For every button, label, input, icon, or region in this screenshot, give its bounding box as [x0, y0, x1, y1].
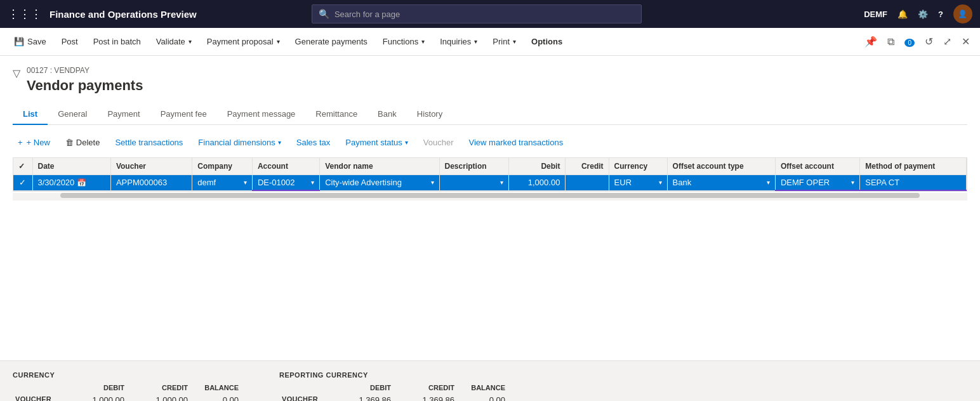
tab-general[interactable]: General [48, 104, 97, 125]
date-value: 3/30/2020 [38, 178, 75, 187]
scrollbar-track[interactable] [60, 193, 920, 198]
print-chevron: ▾ [513, 38, 516, 45]
horizontal-scrollbar[interactable] [13, 193, 967, 201]
tab-bank[interactable]: Bank [368, 104, 407, 125]
vendor-dropdown-arrow[interactable]: ▾ [431, 179, 434, 186]
tabs: List General Payment Payment fee Payment… [13, 104, 967, 125]
refresh-icon[interactable]: ↺ [922, 33, 936, 50]
offset-account-value: DEMF OPER [781, 178, 830, 187]
app-title: Finance and Operations Preview [50, 9, 197, 20]
payment-status-chevron: ▾ [405, 139, 408, 146]
notification-icon[interactable]: 🔔 [897, 10, 908, 19]
close-icon[interactable]: ✕ [959, 33, 972, 50]
table-row[interactable]: ✓3/30/2020 📅APPM000063demf▾DE-01002▾City… [13, 175, 967, 191]
cell-debit[interactable]: 1,000.00 [509, 175, 566, 191]
currency-voucher-label: VOUCHER [13, 394, 63, 401]
content-area: ▽ 00127 : VENDPAY Vendor payments List G… [0, 56, 980, 360]
post-in-batch-button[interactable]: Post in batch [87, 34, 147, 49]
pin-icon[interactable]: 📌 [862, 33, 880, 50]
financial-dimensions-button[interactable]: Financial dimensions ▾ [193, 135, 286, 150]
options-button[interactable]: Options [525, 34, 569, 49]
validate-chevron: ▾ [189, 38, 192, 45]
row-checkbox[interactable]: ✓ [13, 175, 32, 191]
currency-voucher-credit: 1,000.00 [127, 394, 190, 401]
data-grid: ✓ Date Voucher Company Account Vendor na… [13, 157, 967, 192]
cell-method-of-payment[interactable]: SEPA CT [860, 175, 967, 191]
inquiries-button[interactable]: Inquiries ▾ [434, 34, 484, 49]
cell-offset-account-type[interactable]: Bank▾ [667, 175, 775, 191]
split-view-icon[interactable]: ⧉ [885, 34, 897, 50]
desc-dropdown-arrow[interactable]: ▾ [500, 179, 503, 186]
notification-badge[interactable]: 0 [902, 34, 917, 50]
summary-grid: CURRENCY DEBIT CREDIT BALANCE VOUCHER 1,… [13, 371, 967, 401]
select-all-header[interactable]: ✓ [13, 158, 32, 175]
cell-date[interactable]: 3/30/2020 📅 [32, 175, 110, 191]
expand-icon[interactable]: ⤢ [941, 33, 954, 50]
inquiries-chevron: ▾ [474, 38, 477, 45]
cell-company[interactable]: demf▾ [192, 175, 253, 191]
col-currency: Currency [609, 158, 667, 175]
functions-button[interactable]: Functions ▾ [376, 34, 431, 49]
currency-voucher-balance: 0.00 [190, 394, 241, 401]
account-dropdown-arrow[interactable]: ▾ [311, 179, 314, 186]
tab-history[interactable]: History [407, 104, 453, 125]
sales-tax-button[interactable]: Sales tax [291, 135, 335, 150]
print-button[interactable]: Print ▾ [486, 34, 522, 49]
delete-button[interactable]: 🗑 Delete [60, 135, 105, 150]
generate-payments-button[interactable]: Generate payments [289, 34, 374, 49]
new-button[interactable]: + + New [13, 135, 55, 150]
tab-payment-message[interactable]: Payment message [217, 104, 306, 125]
company-value: demf [197, 178, 216, 187]
cell-vendor-name[interactable]: City-wide Advertising▾ [320, 175, 439, 191]
offset-account-type-value: Bank [673, 178, 692, 187]
save-button[interactable]: 💾 Save [8, 34, 53, 49]
search-input[interactable] [334, 10, 635, 19]
tab-remittance[interactable]: Remittance [305, 104, 368, 125]
post-button[interactable]: Post [55, 34, 84, 49]
validate-button[interactable]: Validate ▾ [150, 34, 198, 49]
page-title: Vendor payments [27, 77, 143, 94]
voucher-button[interactable]: Voucher [418, 135, 459, 150]
breadcrumb: 00127 : VENDPAY [27, 66, 143, 75]
user-label: DEMF [864, 10, 887, 19]
reporting-voucher-label: VOUCHER [279, 394, 330, 401]
col-date: Date [32, 158, 110, 175]
cell-description[interactable]: ▾ [439, 175, 509, 191]
help-icon[interactable]: ? [938, 10, 943, 19]
user-avatar[interactable]: 👤 [953, 4, 972, 23]
currency-dropdown-arrow[interactable]: ▾ [659, 179, 662, 186]
currency-headers: DEBIT CREDIT BALANCE [13, 384, 241, 391]
settle-transactions-button[interactable]: Settle transactions [110, 135, 188, 150]
command-bar: 💾 Save Post Post in batch Validate ▾ Pay… [0, 28, 980, 56]
cell-currency[interactable]: EUR▾ [609, 175, 667, 191]
payment-proposal-button[interactable]: Payment proposal ▾ [201, 34, 286, 49]
reporting-voucher-debit: 1,369.86 [330, 394, 394, 401]
cell-credit[interactable] [566, 175, 609, 191]
global-search[interactable]: 🔍 [312, 4, 642, 23]
cell-voucher[interactable]: APPM000063 [110, 175, 192, 191]
cell-account[interactable]: DE-01002▾ [252, 175, 319, 191]
command-bar-right: 📌 ⧉ 0 ↺ ⤢ ✕ [862, 33, 972, 50]
apps-grid-icon[interactable]: ⋮⋮⋮ [8, 7, 42, 21]
settings-icon[interactable]: ⚙️ [918, 10, 928, 19]
currency-voucher-debit: 1,000.00 [63, 394, 127, 401]
calendar-icon[interactable]: 📅 [77, 178, 86, 187]
col-offset-account-type: Offset account type [667, 158, 775, 175]
company-dropdown-arrow[interactable]: ▾ [244, 179, 247, 186]
reporting-credit-header: CREDIT [394, 384, 457, 391]
tab-payment-fee[interactable]: Payment fee [150, 104, 217, 125]
grid-toolbar: + + New 🗑 Delete Settle transactions Fin… [13, 135, 967, 150]
offset-account-type-dropdown-arrow[interactable]: ▾ [767, 179, 770, 186]
tab-payment[interactable]: Payment [97, 104, 150, 125]
currency-voucher-row: VOUCHER 1,000.00 1,000.00 0.00 [13, 394, 241, 401]
view-marked-transactions-button[interactable]: View marked transactions [464, 135, 569, 150]
reporting-headers: DEBIT CREDIT BALANCE [279, 384, 508, 391]
payment-status-button[interactable]: Payment status ▾ [340, 135, 413, 150]
offset-account-dropdown-arrow[interactable]: ▾ [851, 179, 854, 186]
currency-label-header [13, 384, 63, 391]
save-icon: 💾 [14, 37, 24, 46]
col-voucher: Voucher [110, 158, 192, 175]
filter-icon[interactable]: ▽ [13, 67, 20, 79]
tab-list[interactable]: List [13, 104, 48, 125]
cell-offset-account[interactable]: DEMF OPER▾ [775, 175, 859, 191]
